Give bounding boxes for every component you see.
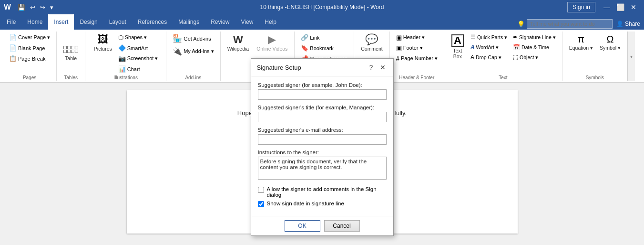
tab-help[interactable]: Help	[259, 14, 282, 30]
text-box-icon: A	[451, 34, 464, 47]
instructions-field: Instructions to the signer: Before signi…	[258, 149, 387, 181]
tab-file[interactable]: File	[1, 14, 21, 30]
comment-button[interactable]: 💬 Comment	[358, 32, 386, 53]
signature-line-icon: ✒	[513, 34, 518, 41]
ok-button[interactable]: OK	[285, 220, 320, 232]
equation-button[interactable]: π Equation ▾	[566, 32, 596, 53]
restore-button[interactable]: ⬜	[613, 0, 627, 14]
email-input[interactable]	[258, 134, 387, 145]
addins-group-label: Add-ins	[185, 74, 201, 80]
document-area: Hope that you find this information usef…	[0, 83, 644, 245]
email-label: Suggested signer's e-mail address:	[258, 127, 387, 133]
screenshot-button[interactable]: 📷 Screenshot ▾	[116, 53, 161, 64]
signer-field: Suggested signer (for example, John Doe)…	[258, 83, 387, 100]
tab-view[interactable]: View	[235, 14, 259, 30]
close-button[interactable]: ✕	[627, 0, 640, 14]
share-button[interactable]: 👤 Share	[613, 19, 644, 29]
share-icon: 👤	[616, 21, 624, 27]
tell-me-area: 💡 👤 Share	[517, 19, 644, 30]
show-date-row: Show sign date in signature line	[258, 201, 387, 207]
tab-mailings[interactable]: Mailings	[173, 14, 205, 30]
chart-button[interactable]: 📊 Chart	[116, 64, 161, 74]
footer-button[interactable]: ▣ Footer ▾	[394, 43, 425, 53]
my-addins-button[interactable]: 🔌 My Add-ins ▾	[170, 45, 216, 57]
title-bar: W 💾 ↩ ↪ ▾ 10 things -ENGLISH [Compatibil…	[0, 0, 644, 14]
tell-me-input[interactable]	[527, 19, 613, 29]
table-icon	[63, 46, 78, 53]
save-button[interactable]: 💾	[16, 3, 27, 12]
tab-layout[interactable]: Layout	[103, 14, 132, 30]
email-field: Suggested signer's e-mail address:	[258, 127, 387, 145]
header-icon: ▣	[396, 34, 402, 41]
object-icon: ⬚	[513, 54, 518, 61]
equation-icon: π	[578, 34, 584, 44]
drop-cap-button[interactable]: A Drop Cap ▾	[468, 53, 510, 62]
tab-references[interactable]: References	[132, 14, 173, 30]
show-date-checkbox[interactable]	[258, 201, 264, 207]
group-addins: 🏪 Get Add-ins 🔌 My Add-ins ▾ Add-ins	[166, 32, 220, 81]
shapes-icon: ⬡	[118, 34, 123, 41]
page-break-button[interactable]: 📋 Page Break	[7, 53, 48, 64]
get-addins-button[interactable]: 🏪 Get Add-ins	[170, 32, 213, 44]
link-button[interactable]: 🔗 Link	[298, 32, 322, 43]
pictures-button[interactable]: 🖼 Pictures	[91, 32, 115, 53]
date-time-button[interactable]: 📅 Date & Time	[511, 43, 558, 52]
group-tables: Table Tables	[57, 32, 85, 81]
page-break-icon: 📋	[9, 55, 17, 62]
page-number-button[interactable]: # Page Number ▾	[394, 53, 440, 64]
sign-in-button[interactable]: Sign in	[567, 2, 595, 12]
symbol-icon: Ω	[607, 34, 614, 44]
title-input[interactable]	[258, 112, 387, 122]
smartart-button[interactable]: 🔷 SmartArt	[116, 43, 161, 53]
title-right: Sign in — ⬜ ✕	[567, 0, 640, 14]
header-button[interactable]: ▣ Header ▾	[394, 32, 427, 43]
title-text: 10 things -ENGLISH [Compatibility Mode] …	[260, 4, 384, 11]
ribbon-scroll[interactable]: ▾	[627, 32, 635, 81]
cover-page-icon: 📄	[9, 34, 17, 41]
allow-comments-row: Allow the signer to add comments in the …	[258, 186, 387, 198]
bookmark-button[interactable]: 🔖 Bookmark	[298, 43, 336, 53]
cover-page-button[interactable]: 📄 Cover Page ▾	[7, 32, 52, 43]
symbol-button[interactable]: Ω Symbol ▾	[597, 32, 624, 53]
quick-parts-button[interactable]: ☰ Quick Parts ▾	[468, 32, 510, 42]
group-text: A TextBox ☰ Quick Parts ▾ A WordArt ▾ A …	[444, 32, 562, 81]
customize-button[interactable]: ▾	[48, 3, 55, 12]
signature-line-button[interactable]: ✒ Signature Line ▾	[511, 32, 558, 42]
show-date-label: Show sign date in signature line	[267, 201, 344, 206]
comment-icon: 💬	[365, 34, 378, 45]
wikipedia-button[interactable]: W Wikipedia	[225, 32, 252, 53]
dialog-footer: OK Cancel	[251, 216, 393, 235]
redo-button[interactable]: ↪	[38, 3, 47, 12]
drop-cap-icon: A	[470, 54, 474, 61]
word-icon: W	[4, 3, 11, 11]
minimize-button[interactable]: —	[600, 0, 613, 14]
tab-design[interactable]: Design	[74, 14, 103, 30]
pages-group-label: Pages	[23, 74, 36, 80]
shapes-button[interactable]: ⬡ Shapes ▾	[116, 32, 161, 43]
signer-label: Suggested signer (for example, John Doe)…	[258, 83, 387, 88]
instructions-label: Instructions to the signer:	[258, 149, 387, 155]
table-label: Table	[65, 55, 77, 61]
tab-review[interactable]: Review	[205, 14, 235, 30]
tables-group-label: Tables	[64, 74, 78, 80]
online-videos-icon: ▶	[268, 34, 276, 45]
text-box-button[interactable]: A TextBox	[448, 32, 467, 61]
cancel-button[interactable]: Cancel	[324, 220, 360, 232]
object-button[interactable]: ⬚ Object ▾	[511, 53, 558, 62]
undo-button[interactable]: ↩	[28, 3, 37, 12]
tab-home[interactable]: Home	[21, 14, 48, 30]
online-videos-button[interactable]: ▶ Online Videos	[254, 32, 290, 53]
dialog-body: Suggested signer (for example, John Doe)…	[251, 83, 393, 216]
tab-insert[interactable]: Insert	[48, 14, 74, 30]
signer-input[interactable]	[258, 89, 387, 100]
allow-comments-checkbox[interactable]	[258, 187, 264, 193]
blank-page-button[interactable]: 📄 Blank Page	[7, 43, 47, 53]
table-button[interactable]: Table	[61, 44, 81, 63]
title-label: Suggested signer's title (for example, M…	[258, 105, 387, 110]
wordart-button[interactable]: A WordArt ▾	[468, 43, 510, 52]
screenshot-icon: 📷	[118, 55, 126, 62]
ribbon-tabs: File Home Insert Design Layout Reference…	[0, 14, 644, 30]
page-number-icon: #	[396, 55, 399, 62]
instructions-textarea[interactable]: Before signing this document, verify tha…	[258, 157, 387, 180]
allow-comments-label: Allow the signer to add comments in the …	[267, 186, 387, 198]
